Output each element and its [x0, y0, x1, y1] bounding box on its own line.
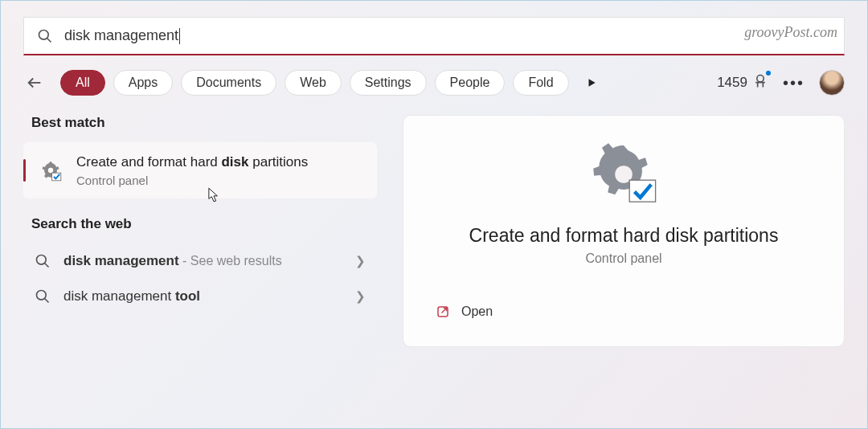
open-action[interactable]: Open	[436, 300, 812, 324]
filter-chip-people[interactable]: People	[435, 70, 506, 96]
svg-line-8	[45, 263, 49, 267]
rewards-icon	[752, 73, 768, 93]
search-input[interactable]: disk management	[64, 27, 831, 44]
mouse-cursor-icon	[208, 187, 219, 203]
search-web-header: Search the web	[23, 216, 377, 232]
more-options-button[interactable]: •••	[776, 74, 811, 92]
filter-row: AllAppsDocumentsWebSettingsPeopleFold 14…	[23, 70, 845, 96]
user-avatar[interactable]	[819, 70, 845, 96]
filter-chip-documents[interactable]: Documents	[181, 70, 276, 96]
web-search-item[interactable]: disk management - See web results ❯	[23, 243, 377, 279]
web-item-label: disk management - See web results	[63, 253, 342, 269]
preview-title: Create and format hard disk partitions	[436, 225, 812, 247]
best-match-result[interactable]: Create and format hard disk partitions C…	[23, 142, 377, 198]
filter-chip-all[interactable]: All	[60, 70, 105, 96]
scroll-right-button[interactable]	[582, 73, 601, 92]
rewards-points[interactable]: 1459	[717, 73, 768, 93]
svg-marker-3	[588, 79, 595, 86]
svg-point-9	[37, 290, 47, 300]
chevron-right-icon: ❯	[355, 289, 366, 304]
web-item-label: disk management tool	[63, 288, 342, 304]
svg-point-0	[39, 30, 49, 39]
svg-point-7	[37, 255, 47, 264]
open-external-icon	[436, 304, 450, 319]
search-icon	[37, 28, 53, 44]
disk-management-icon	[38, 157, 63, 183]
filter-chip-settings[interactable]: Settings	[350, 70, 427, 96]
svg-point-4	[48, 168, 53, 173]
back-button[interactable]	[23, 72, 46, 94]
text-caret	[179, 28, 180, 44]
search-bar[interactable]: disk management	[23, 17, 845, 55]
result-subtitle: Control panel	[76, 174, 362, 187]
filter-chip-fold[interactable]: Fold	[513, 70, 568, 96]
watermark: groovyPost.com	[744, 24, 837, 41]
open-label: Open	[461, 304, 493, 319]
svg-line-1	[47, 38, 51, 42]
svg-rect-12	[629, 180, 655, 202]
preview-icon	[436, 138, 812, 210]
filter-chip-apps[interactable]: Apps	[113, 70, 173, 96]
filter-chip-web[interactable]: Web	[285, 70, 342, 96]
best-match-header: Best match	[23, 115, 377, 131]
preview-panel: Create and format hard disk partitions C…	[403, 115, 845, 347]
chevron-right-icon: ❯	[355, 254, 366, 268]
svg-marker-6	[209, 188, 218, 202]
svg-line-10	[45, 298, 49, 302]
search-icon	[35, 253, 51, 269]
search-icon	[35, 288, 51, 304]
preview-subtitle: Control panel	[436, 251, 812, 266]
web-search-item[interactable]: disk management tool ❯	[23, 279, 377, 314]
result-title: Create and format hard disk partitions	[76, 153, 362, 172]
